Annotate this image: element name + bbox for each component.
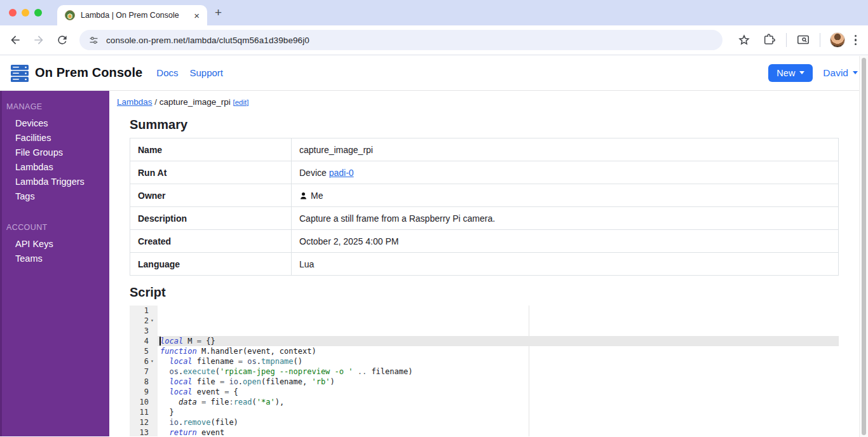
text-cursor: [159, 337, 161, 346]
row-label: Language: [130, 253, 292, 276]
nav-support-link[interactable]: Support: [190, 67, 224, 78]
row-value: Me: [292, 184, 839, 207]
row-value: Device padi-0: [292, 161, 839, 184]
extensions-icon[interactable]: [763, 33, 776, 47]
fold-toggle-icon[interactable]: ▾: [149, 356, 156, 366]
gutter-line-number: 2▾: [130, 316, 158, 326]
edit-link[interactable]: [edit]: [233, 98, 248, 106]
tab-close-icon[interactable]: ×: [193, 10, 201, 22]
sidebar-item-facilities[interactable]: Facilities: [0, 130, 109, 145]
fold-toggle-icon[interactable]: ▾: [149, 316, 156, 326]
page-scrollbar[interactable]: [859, 56, 868, 437]
toolbar-actions: [731, 32, 862, 48]
gutter-line-number: 13: [130, 427, 158, 436]
forward-icon: [32, 34, 45, 46]
sidebar-section-manage: MANAGE: [6, 102, 109, 111]
bookmark-star-icon[interactable]: [737, 33, 751, 47]
code-editor[interactable]: 12▾3456▾78910111213 local M = {}function…: [130, 306, 839, 436]
tab-favicon-icon: [65, 10, 75, 20]
browser-menu-icon[interactable]: [855, 35, 857, 46]
browser-toolbar: console.on-prem.net/lambda/clut5qm56a1d3…: [0, 25, 868, 55]
sidebar-item-teams[interactable]: Teams: [0, 251, 109, 266]
editor-code-area[interactable]: local M = {}function M.handler(event, co…: [158, 306, 839, 436]
toolbar-divider: [786, 33, 787, 47]
browser-tab[interactable]: Lambda | On Prem Console ×: [57, 5, 207, 25]
close-window-button[interactable]: [9, 9, 17, 17]
nav-docs-link[interactable]: Docs: [156, 67, 178, 78]
table-row: LanguageLua: [130, 253, 839, 276]
summary-table: Namecapture_image_rpiRun AtDevice padi-0…: [130, 138, 839, 276]
gutter-line-number: 12: [130, 417, 158, 427]
search-screen-icon[interactable]: [796, 33, 810, 47]
chevron-down-icon: [799, 71, 804, 74]
sidebar-item-tags[interactable]: Tags: [0, 189, 109, 203]
gutter-line-number: 8: [130, 377, 158, 387]
new-tab-button[interactable]: +: [215, 6, 222, 20]
sidebar-item-file-groups[interactable]: File Groups: [0, 145, 109, 159]
gutter-line-number: 10: [130, 397, 158, 407]
site-settings-icon[interactable]: [88, 35, 99, 46]
breadcrumb: Lambdas / capture_image_rpi [edit]: [117, 97, 839, 107]
tab-title: Lambda | On Prem Console: [81, 11, 193, 20]
breadcrumb-lambdas-link[interactable]: Lambdas: [117, 97, 153, 107]
back-icon[interactable]: [9, 34, 22, 46]
row-value: October 2, 2025 4:00 PM: [292, 230, 839, 253]
code-line[interactable]: function M.handler(event, context): [158, 346, 839, 356]
url-text[interactable]: console.on-prem.net/lambda/clut5qm56a1d3…: [106, 36, 309, 45]
sidebar-item-lambdas[interactable]: Lambdas: [0, 159, 109, 174]
sidebar-section-account: ACCOUNT: [6, 223, 109, 232]
gutter-line-number: 4: [130, 336, 158, 346]
main-content: Lambdas / capture_image_rpi [edit] Summa…: [109, 91, 868, 436]
sidebar-item-lambda-triggers[interactable]: Lambda Triggers: [0, 174, 109, 189]
code-line[interactable]: io.remove(file): [158, 417, 839, 427]
code-line[interactable]: }: [158, 407, 839, 417]
row-label: Description: [130, 207, 292, 230]
gutter-line-number: 5: [130, 346, 158, 356]
person-icon: [299, 192, 308, 200]
sidebar-item-devices[interactable]: Devices: [0, 116, 109, 130]
row-label: Run At: [130, 161, 292, 184]
header-nav: Docs Support: [156, 67, 223, 78]
gutter-line-number: 6▾: [130, 356, 158, 366]
device-link[interactable]: padi-0: [329, 168, 354, 178]
table-row: Namecapture_image_rpi: [130, 138, 839, 161]
code-line[interactable]: local filename = os.tmpname(): [158, 356, 839, 366]
row-value: Capture a still frame from a Raspberry P…: [292, 207, 839, 230]
server-rack-logo-icon: [10, 63, 29, 83]
zoom-window-button[interactable]: [34, 9, 42, 17]
minimize-window-button[interactable]: [22, 9, 29, 17]
app-title: On Prem Console: [35, 65, 142, 80]
sidebar-item-api-keys[interactable]: API Keys: [0, 236, 109, 251]
row-value: Lua: [292, 253, 839, 276]
reload-icon[interactable]: [56, 34, 69, 46]
browser-window: Lambda | On Prem Console × + console.on-…: [0, 0, 868, 437]
breadcrumb-current: capture_image_rpi: [159, 97, 231, 107]
code-line[interactable]: data = file:read('*a'),: [158, 397, 839, 407]
code-line[interactable]: local file = io.open(filename, 'rb'): [158, 377, 839, 387]
row-value: capture_image_rpi: [292, 138, 839, 161]
code-line[interactable]: return event: [158, 427, 839, 436]
window-controls: [9, 9, 42, 17]
row-label: Owner: [130, 184, 292, 207]
table-row: DescriptionCapture a still frame from a …: [130, 207, 839, 230]
gutter-line-number: 11: [130, 407, 158, 417]
breadcrumb-separator: /: [154, 97, 159, 107]
app-header: On Prem Console Docs Support New David: [0, 55, 868, 91]
user-menu[interactable]: David: [823, 67, 858, 79]
row-label: Created: [130, 230, 292, 253]
code-line[interactable]: os.execute('rpicam-jpeg --nopreview -o '…: [158, 366, 839, 377]
table-row: CreatedOctober 2, 2025 4:00 PM: [130, 230, 839, 253]
chevron-down-icon: [853, 71, 858, 74]
summary-title: Summary: [130, 118, 839, 132]
editor-gutter: 12▾3456▾78910111213: [130, 306, 158, 436]
profile-avatar[interactable]: [830, 32, 845, 48]
code-line[interactable]: local event = {: [158, 387, 839, 397]
gutter-line-number: 9: [130, 387, 158, 397]
sidebar: MANAGEDevicesFacilitiesFile GroupsLambda…: [0, 91, 109, 436]
url-bar[interactable]: console.on-prem.net/lambda/clut5qm56a1d3…: [79, 30, 722, 50]
code-line[interactable]: local M = {}: [158, 336, 839, 346]
gutter-line-number: 3: [130, 326, 158, 336]
new-button[interactable]: New: [768, 64, 813, 82]
scrollbar-thumb[interactable]: [862, 58, 866, 435]
tab-strip: Lambda | On Prem Console × +: [0, 0, 868, 25]
